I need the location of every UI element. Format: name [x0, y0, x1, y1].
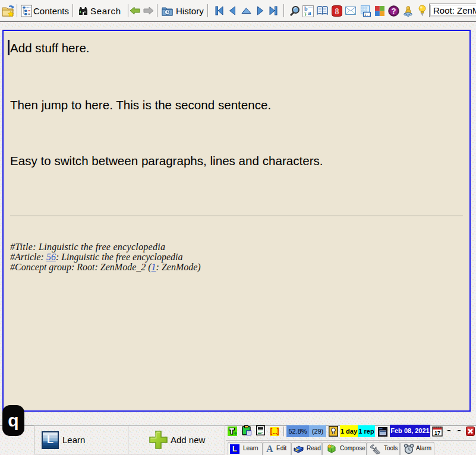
svg-text:?: ? — [392, 7, 396, 15]
svg-text:8: 8 — [335, 7, 339, 16]
svg-text:17: 17 — [434, 430, 440, 436]
svg-text:a: a — [308, 9, 311, 16]
svg-text:I...: I... — [364, 13, 371, 17]
